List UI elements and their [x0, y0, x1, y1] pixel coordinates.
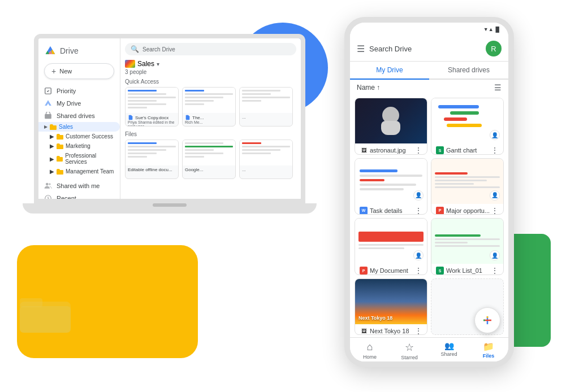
nav-starred[interactable]: ☆ Starred [390, 341, 429, 360]
major-line-2 [435, 176, 500, 178]
nav-shared[interactable]: 👥 Shared [429, 341, 469, 360]
shared-badge-task: 👤 [413, 190, 424, 201]
astronaut-thumb [355, 98, 427, 143]
sidebar-item-shared-with-me[interactable]: Shared with me [38, 180, 120, 192]
shared-badge-gantt: 👤 [490, 130, 500, 140]
mydoc-more[interactable]: ⋮ [414, 266, 422, 275]
sheets-icon-wl: S [436, 267, 444, 275]
recent-label: Recent [57, 195, 76, 202]
gantt-more[interactable]: ⋮ [491, 146, 499, 155]
web-search-bar[interactable]: 🔍 Search Drive [125, 43, 296, 55]
astronaut-footer: 🖼 astronaut.jpg ⋮ [355, 143, 427, 155]
major-line-3 [435, 180, 487, 181]
gantt-thumb: 👤 [431, 98, 503, 143]
slides-icon: P [360, 267, 368, 275]
file-card-gantt[interactable]: 👤 S Gantt chart ⋮ [431, 98, 504, 155]
sidebar-item-recent[interactable]: Recent [38, 192, 120, 203]
doc-line [185, 149, 214, 151]
mydoc-footer: P My Document ⋮ [355, 264, 427, 275]
management-label: Management Team [66, 168, 114, 175]
tokyo-info: 🖼 Next Tokyo 18 [360, 327, 409, 335]
doc-line [185, 146, 233, 147]
astronaut-figure [381, 107, 401, 135]
astronaut-more[interactable]: ⋮ [414, 146, 422, 155]
doc-line [128, 142, 157, 144]
doc-line [128, 153, 157, 154]
shared-drive-sales[interactable]: ▶ Sales [38, 122, 120, 132]
sort-label[interactable]: Name ↑ [357, 84, 380, 92]
shared-drive-marketing[interactable]: ▶ Marketing [38, 141, 120, 151]
fab-button[interactable] [474, 307, 500, 333]
doc-line [128, 93, 166, 95]
mobile-search-text[interactable]: Search Drive [369, 45, 481, 53]
qa-card-2-thumb [183, 88, 235, 113]
sidebar-item-shared-drives[interactable]: Shared drives [38, 110, 120, 122]
file-card-tokyo[interactable]: Next Tokyo 18 🖼 Next Tokyo 18 ⋮ [355, 278, 427, 336]
tab-my-drive[interactable]: My Drive [350, 62, 429, 80]
shared-drive-management[interactable]: ▶ Management Team [38, 167, 120, 176]
recents-button[interactable]: ■ [473, 366, 477, 368]
nav-files[interactable]: 📁 Files [469, 341, 508, 360]
sheets-icon: S [436, 146, 444, 154]
major-line-1 [435, 172, 468, 175]
my-drive-label: My Drive [57, 100, 81, 107]
file-card-major[interactable]: 👤 P Major opportu... ⋮ [431, 158, 504, 215]
sidebar-item-my-drive[interactable]: My Drive [38, 97, 120, 110]
shared-drive-professional[interactable]: ▶ Professional Services [38, 151, 120, 167]
sort-name: Name [357, 84, 375, 92]
quick-access-label: Quick Access [125, 79, 296, 85]
phone-nav-bar: ◁ ● ■ [350, 361, 508, 367]
phone-status-icons: ▼▲ █ [483, 27, 499, 32]
home-label: Home [363, 354, 377, 360]
hamburger-menu[interactable]: ☰ [357, 43, 365, 54]
sidebar-item-priority[interactable]: Priority [38, 85, 120, 97]
sales-dropdown-icon: ▾ [157, 61, 159, 67]
sort-arrow: ↑ [377, 84, 380, 92]
worklist-name: Work List_01 [446, 267, 482, 274]
tokyo-more[interactable]: ⋮ [414, 326, 422, 336]
back-button[interactable]: ◁ [382, 366, 387, 368]
qa-card-1-footer: Sue's Copy.docx Priya Sharma edited in t… [126, 113, 178, 127]
qa-card-2[interactable]: The... Rich Me... [182, 87, 236, 127]
qa-card-3-footer: ... [240, 113, 292, 121]
file-card-2[interactable]: Google... [182, 140, 236, 179]
people-count: 3 people [125, 69, 296, 75]
file-card-worklist[interactable]: 👤 S Work List_01 ⋮ [431, 218, 504, 275]
shared-drives-label: Shared drives [57, 112, 95, 119]
file-doc-3 [240, 140, 292, 165]
task-more[interactable]: ⋮ [414, 206, 422, 215]
file-card-task[interactable]: 👤 W Task details ⋮ [355, 158, 427, 215]
task-line-2 [360, 175, 422, 177]
qa-card-1-thumb [126, 88, 178, 113]
doc-line [128, 107, 147, 108]
mobile-header: ☰ Search Drive R [350, 36, 508, 62]
file-card-mydoc[interactable]: 👤 P My Document ⋮ [355, 218, 427, 275]
tab-shared-drives[interactable]: Shared drives [429, 62, 508, 79]
file-card-astronaut[interactable]: 🖼 astronaut.jpg ⋮ [355, 98, 427, 155]
signal-icon: ▼▲ [483, 27, 494, 32]
doc-line [242, 146, 290, 147]
major-footer: P Major opportu... ⋮ [431, 204, 503, 215]
file-card-3[interactable]: ... [239, 140, 293, 179]
list-view-icon[interactable]: ☰ [494, 83, 502, 92]
qa-card-1[interactable]: Sue's Copy.docx Priya Sharma edited in t… [125, 87, 179, 127]
major-more[interactable]: ⋮ [491, 206, 499, 215]
worklist-more[interactable]: ⋮ [491, 266, 499, 275]
home-button[interactable]: ● [427, 366, 431, 368]
nav-home[interactable]: ⌂ Home [350, 341, 390, 360]
file-card-1[interactable]: Editable offline docu... [125, 140, 179, 179]
doc-line [128, 103, 166, 105]
drive-web-ui: Drive + New Priority My Drive [38, 38, 301, 199]
major-line-5 [435, 186, 500, 188]
new-button[interactable]: + New [44, 63, 114, 79]
mydoc-line-slide [358, 232, 424, 242]
shared-drive-customer-success[interactable]: ▶ Customer Success [38, 132, 120, 141]
gantt-name: Gantt chart [446, 147, 477, 154]
user-avatar[interactable]: R [486, 41, 502, 56]
worklist-footer: S Work List_01 ⋮ [431, 264, 503, 275]
shared-badge-major: 👤 [490, 190, 500, 201]
files-section-label: Files [125, 131, 296, 137]
qa-card-3[interactable]: ... [239, 87, 293, 127]
laptop: Drive + New Priority My Drive [34, 34, 317, 339]
doc-line [185, 142, 223, 144]
